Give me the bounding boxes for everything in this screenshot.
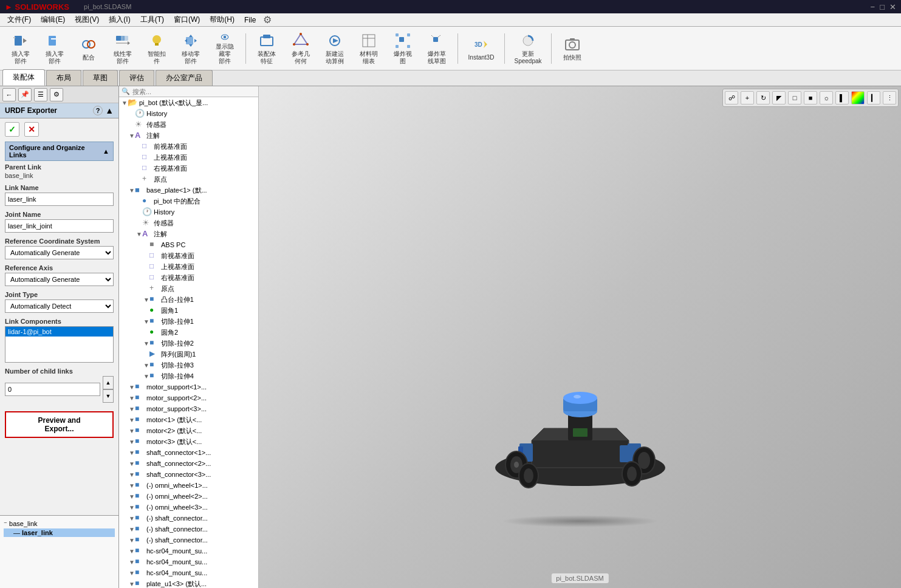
menu-file-en[interactable]: File: [239, 15, 261, 26]
toolbar-show-hide[interactable]: 显示隐藏零部件: [209, 30, 241, 67]
left-icon-arrow[interactable]: ←: [2, 88, 16, 101]
ft-cut-extrude2[interactable]: ▼ ■ 切除-拉伸2: [119, 338, 258, 349]
ft-sensor2[interactable]: ☀ 传感器: [119, 217, 258, 228]
menu-window[interactable]: 窗口(W): [169, 13, 205, 26]
link-name-input[interactable]: [5, 193, 114, 206]
ft-sensor1[interactable]: ☀ 传感器: [119, 119, 258, 130]
vp-zoom-fit[interactable]: ☍: [725, 91, 738, 104]
ft-neg-shaft2[interactable]: ▼ ■ (-) shaft_connector...: [119, 524, 258, 535]
ft-annotation2[interactable]: ▼ A 注解: [119, 228, 258, 239]
spin-down-button[interactable]: ▼: [103, 389, 114, 403]
ft-abspc[interactable]: ■ ABS PC: [119, 239, 258, 250]
toolbar-insert-parts2[interactable]: 插入零部件: [39, 30, 70, 67]
ft-front-plane2[interactable]: □ 前视基准面: [119, 250, 258, 261]
ft-shaft-conn1[interactable]: ▼ ■ shaft_connector<1>...: [119, 447, 258, 458]
ft-fillet1[interactable]: ● 圆角1: [119, 305, 258, 316]
tab-sketch[interactable]: 草图: [83, 70, 118, 86]
ft-origin2[interactable]: + 原点: [119, 283, 258, 294]
urdf-help-icon[interactable]: ?: [93, 106, 103, 115]
urdf-collapse-icon[interactable]: ▲: [105, 106, 114, 115]
ft-omni-wheel3[interactable]: ▼ ■ (-) omni_wheel<3>...: [119, 502, 258, 513]
menu-extra-icon[interactable]: ⚙: [263, 14, 272, 26]
tab-layout[interactable]: 布局: [46, 70, 81, 86]
confirm-button[interactable]: ✓: [5, 122, 19, 137]
vp-display[interactable]: ▌: [835, 91, 849, 104]
ft-top-plane1[interactable]: □ 上视基准面: [119, 152, 258, 163]
toolbar-explode-line[interactable]: 爆炸草线草图: [421, 30, 453, 67]
ft-hcsr04-2[interactable]: ▼ ■ hc-sr04_mount_su...: [119, 556, 258, 567]
configure-collapse-icon[interactable]: ▲: [103, 148, 109, 155]
ft-cut-extrude3[interactable]: ▼ ■ 切除-拉伸3: [119, 360, 258, 371]
ft-plate-u1[interactable]: ▼ ■ plate_u1<3> (默认...: [119, 578, 258, 588]
viewport[interactable]: ☍ + ↻ ◤ □ ■ ☼ ▌ ▎ ⋮: [259, 86, 901, 588]
vp-appearance[interactable]: ▎: [867, 91, 880, 104]
menu-file[interactable]: 文件(F): [2, 13, 36, 26]
ft-history2[interactable]: 🕐 History: [119, 207, 258, 217]
window-controls[interactable]: − □ ✕: [871, 2, 896, 12]
ft-cut-extrude4[interactable]: ▼ ■ 切除-拉伸4: [119, 371, 258, 381]
preview-export-button[interactable]: Preview andExport...: [5, 411, 114, 438]
link-components-list[interactable]: lidar-1@pi_bot: [5, 326, 114, 363]
ft-omni-wheel2[interactable]: ▼ ■ (-) omni_wheel<2>...: [119, 491, 258, 502]
ft-origin1[interactable]: + 原点: [119, 174, 258, 185]
vp-more[interactable]: ⋮: [883, 91, 896, 104]
ft-motor2[interactable]: ▼ ■ motor<2> (默认<...: [119, 425, 258, 436]
toolbar-insert-parts[interactable]: 插入零部件: [5, 30, 36, 67]
ft-neg-shaft3[interactable]: ▼ ■ (-) shaft_connector...: [119, 535, 258, 545]
vp-color[interactable]: [851, 91, 865, 104]
vp-rotate[interactable]: ↻: [756, 91, 770, 104]
ft-shaft-conn3[interactable]: ▼ ■ shaft_connector<3>...: [119, 469, 258, 480]
toolbar-linear[interactable]: 线性零部件: [107, 30, 139, 67]
vp-light[interactable]: ☼: [820, 91, 833, 104]
ft-right-plane2[interactable]: □ 右视基准面: [119, 272, 258, 283]
menu-edit[interactable]: 编辑(E): [36, 13, 70, 26]
menu-tools[interactable]: 工具(T): [135, 13, 169, 26]
ft-shaft-conn2[interactable]: ▼ ■ shaft_connector<2>...: [119, 458, 258, 469]
ft-omni-wheel1[interactable]: ▼ ■ (-) omni_wheel<1>...: [119, 480, 258, 491]
feature-tree-search[interactable]: [132, 88, 256, 95]
ft-hcsr04-1[interactable]: ▼ ■ hc-sr04_mount_su...: [119, 545, 258, 556]
vp-view1[interactable]: ◤: [772, 91, 786, 104]
menu-insert[interactable]: 插入(I): [104, 13, 135, 26]
toolbar-asm-feat[interactable]: 装配体特征: [251, 30, 283, 67]
ft-circular-pattern1[interactable]: ▶ 阵列(圆周)1: [119, 349, 258, 360]
joint-name-input[interactable]: [5, 219, 114, 233]
tab-evaluate[interactable]: 评估: [119, 70, 154, 86]
ft-boss-extrude1[interactable]: ▼ ■ 凸台-拉伸1: [119, 294, 258, 305]
ft-annotation1[interactable]: ▼ A 注解: [119, 130, 258, 141]
toolbar-ref-geo[interactable]: 参考几何何: [285, 30, 317, 67]
vp-view2[interactable]: □: [788, 91, 801, 104]
vp-zoom-in[interactable]: +: [741, 91, 754, 104]
toolbar-smart[interactable]: 智能扣件: [141, 30, 173, 67]
toolbar-move[interactable]: 移动零部件: [175, 30, 207, 67]
ft-top-plane2[interactable]: □ 上视基准面: [119, 261, 258, 272]
left-icon-view[interactable]: ☰: [34, 88, 47, 101]
toolbar-mate[interactable]: 配合: [73, 30, 104, 67]
ref-coord-select[interactable]: Automatically Generate World Base: [5, 246, 114, 259]
ft-motor1[interactable]: ▼ ■ motor<1> (默认<...: [119, 414, 258, 425]
left-icon-settings[interactable]: ⚙: [50, 88, 63, 101]
num-child-links-input[interactable]: [5, 383, 100, 396]
ft-motor-support3[interactable]: ▼ ■ motor_support<3>...: [119, 403, 258, 414]
toolbar-speedpak[interactable]: 更新Speedpak: [510, 30, 546, 67]
ft-right-plane1[interactable]: □ 右视基准面: [119, 163, 258, 174]
vp-section[interactable]: ■: [804, 91, 817, 104]
spin-up-button[interactable]: ▲: [103, 376, 114, 389]
ft-history[interactable]: 🕐 History: [119, 108, 258, 119]
tab-assembly[interactable]: 装配体: [2, 69, 45, 86]
toolbar-motion[interactable]: 新建运动算例: [319, 30, 351, 67]
toolbar-snapshot[interactable]: 拍快照: [557, 30, 588, 67]
menu-view[interactable]: 视图(V): [70, 13, 104, 26]
ft-hcsr04-3[interactable]: ▼ ■ hc-sr04_mount_su...: [119, 567, 258, 578]
ft-motor-support1[interactable]: ▼ ■ motor_support<1>...: [119, 381, 258, 392]
ft-cut-extrude1[interactable]: ▼ ■ 切除-拉伸1: [119, 316, 258, 327]
toolbar-instant3d[interactable]: 3D Instant3D: [463, 30, 499, 67]
ft-pibot-mate[interactable]: ● pi_bot 中的配合: [119, 196, 258, 207]
link-tree-laser[interactable]: — laser_link: [4, 528, 115, 537]
ft-fillet2[interactable]: ● 圆角2: [119, 327, 258, 338]
toolbar-bom[interactable]: 材料明细表: [353, 30, 385, 67]
ref-axis-select[interactable]: Automatically Generate X Y Z: [5, 273, 114, 286]
joint-type-select[interactable]: Automatically Detect Fixed Revolute Pris…: [5, 299, 114, 313]
ft-front-plane1[interactable]: □ 前视基准面: [119, 141, 258, 152]
menu-help[interactable]: 帮助(H): [205, 13, 239, 26]
